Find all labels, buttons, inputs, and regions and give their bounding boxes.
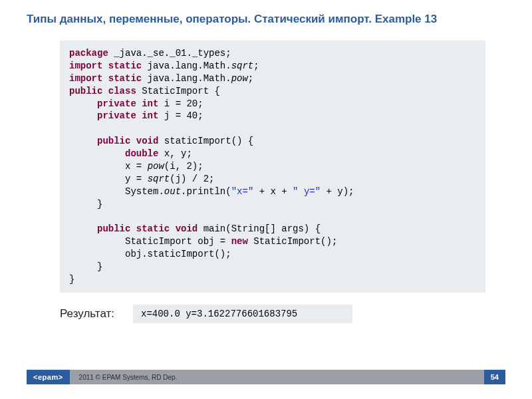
footer-page-number: 54 bbox=[484, 370, 505, 384]
footer-logo: <epam> bbox=[27, 370, 70, 384]
code-token: + y); bbox=[321, 186, 354, 197]
code-token: ; bbox=[248, 73, 253, 84]
code-token: } bbox=[69, 261, 102, 272]
code-token: .println( bbox=[181, 186, 231, 197]
code-token: StaticImport { bbox=[136, 86, 220, 96]
code-token: i = 20; bbox=[158, 98, 203, 109]
code-token: } bbox=[69, 199, 102, 209]
code-token: public class bbox=[69, 86, 136, 96]
code-token: pow bbox=[231, 73, 248, 84]
code-token: pow bbox=[148, 161, 164, 172]
code-token: (i, 2); bbox=[164, 161, 203, 172]
code-token: } bbox=[69, 274, 74, 285]
result-row: Результат: x=400.0 y=3.1622776601683795 bbox=[0, 301, 532, 323]
footer: <epam> 2011 © EPAM Systems, RD Dep. 54 bbox=[27, 370, 505, 384]
code-token: private int bbox=[69, 98, 158, 109]
code-token: + x + bbox=[253, 186, 293, 197]
code-token: StaticImport obj = bbox=[69, 236, 231, 247]
slide-title: Типы данных, переменные, операторы. Стат… bbox=[0, 0, 532, 34]
code-token: package bbox=[69, 48, 108, 59]
footer-copyright: 2011 © EPAM Systems, RD Dep. bbox=[79, 374, 178, 381]
code-token: j = 40; bbox=[158, 110, 203, 121]
code-token: out bbox=[164, 186, 181, 197]
code-token: double bbox=[69, 148, 158, 159]
result-label: Результат: bbox=[60, 307, 133, 321]
code-token: public void bbox=[69, 136, 158, 146]
code-token: public static void bbox=[69, 223, 198, 234]
result-output: x=400.0 y=3.1622776601683795 bbox=[133, 305, 352, 323]
code-token: x, y; bbox=[158, 148, 192, 159]
code-token: StaticImport(); bbox=[248, 236, 337, 247]
code-token: java.lang.Math. bbox=[142, 61, 231, 71]
code-token: private int bbox=[69, 110, 158, 121]
code-token: sqrt bbox=[231, 61, 254, 71]
code-token: "x=" bbox=[231, 186, 254, 197]
code-token: new bbox=[231, 236, 248, 247]
code-token: main(String[] args) { bbox=[198, 223, 321, 234]
code-token: import static bbox=[69, 73, 142, 84]
code-token: x = bbox=[69, 161, 148, 172]
code-token: staticImport() { bbox=[158, 136, 253, 146]
code-token: ; bbox=[253, 61, 259, 71]
code-token: y = bbox=[69, 174, 148, 184]
code-token: sqrt bbox=[148, 174, 170, 184]
code-block: package _java._se._01._types; import sta… bbox=[60, 41, 485, 293]
code-token: java.lang.Math. bbox=[142, 73, 231, 84]
code-token: import static bbox=[69, 61, 142, 71]
code-token: (j) / 2; bbox=[170, 174, 214, 184]
code-token: " y=" bbox=[293, 186, 321, 197]
code-token: System. bbox=[69, 186, 164, 197]
code-token: _java._se._01._types; bbox=[108, 48, 231, 59]
code-token: obj.staticImport(); bbox=[69, 249, 231, 259]
